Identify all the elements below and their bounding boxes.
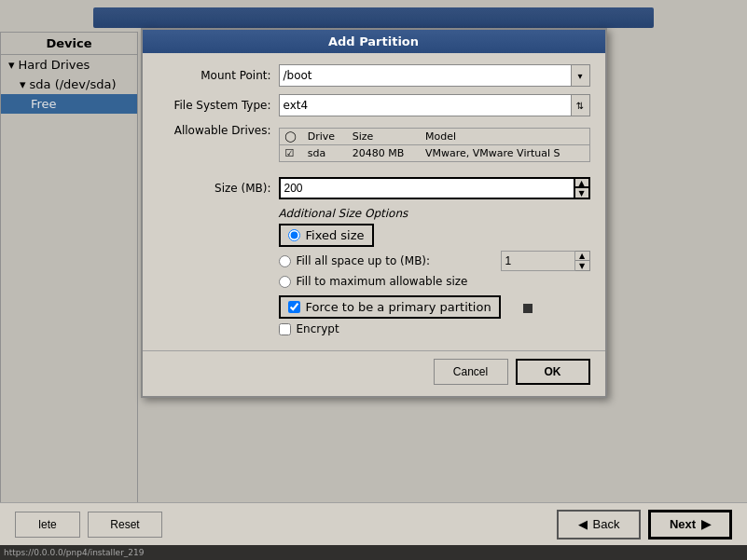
file-system-type-row: File System Type: ext4 ⇅: [158, 94, 590, 116]
force-primary-checkbox[interactable]: [288, 301, 300, 313]
drives-col-model: Model: [420, 129, 588, 145]
dot-indicator: [523, 304, 533, 313]
force-primary-highlighted: Force to be a primary partition: [279, 295, 501, 319]
fill-space-radio[interactable]: [279, 255, 291, 267]
status-bar: https://0.0.0.0/pnp4/installer_219: [0, 545, 747, 560]
file-system-label: File System Type:: [158, 99, 279, 112]
fill-spinner: ▲ ▼: [575, 251, 590, 271]
encrypt-row: Encrypt: [279, 322, 590, 335]
bottom-nav: lete Reset ◀ Back Next ▶: [0, 502, 747, 545]
fill-space-row: Fill all space up to (MB): ▲ ▼: [279, 251, 590, 271]
reset-button[interactable]: Reset: [88, 512, 162, 538]
fixed-size-option-wrap: Fixed size: [279, 224, 590, 247]
file-system-value: ext4: [284, 99, 309, 112]
file-system-input[interactable]: ext4: [279, 94, 572, 116]
drives-row-check[interactable]: ☑: [280, 145, 302, 162]
size-label: Size (MB):: [158, 182, 279, 195]
size-row: Size (MB): ▲ ▼: [158, 177, 590, 199]
nav-right-group: ◀ Back Next ▶: [557, 510, 732, 540]
fill-space-input[interactable]: [501, 251, 575, 271]
next-arrow-icon: ▶: [701, 517, 711, 531]
additional-size-header: Additional Size Options: [279, 207, 590, 220]
mount-point-label: Mount Point:: [158, 69, 279, 82]
back-label: Back: [593, 517, 620, 531]
drives-col-check: ◯: [280, 129, 302, 145]
status-url: https://0.0.0.0/pnp4/installer_219: [4, 548, 145, 557]
drives-row-drive: sda: [302, 145, 347, 162]
fill-spin-down[interactable]: ▼: [575, 261, 590, 271]
drives-row-size: 20480 MB: [347, 145, 420, 162]
size-spin-up-btn[interactable]: ▲: [575, 177, 590, 188]
nav-left-group: lete Reset: [15, 512, 162, 538]
allowable-drives-row: Allowable Drives: ◯ Drive Size: [158, 124, 590, 170]
fill-max-label: Fill to maximum allowable size: [297, 275, 468, 288]
mount-point-dropdown-btn[interactable]: ▾: [572, 64, 590, 87]
next-button[interactable]: Next ▶: [648, 510, 732, 540]
drives-col-size: Size: [347, 129, 420, 145]
drives-row-model: VMware, VMware Virtual S: [420, 145, 588, 162]
fill-max-row: Fill to maximum allowable size: [279, 275, 590, 288]
right-panel: Drive /dev/sda (20480 MB) (Model: VMware…: [138, 32, 747, 516]
dialog-overlay: Add Partition Mount Point: /boot ▾: [0, 0, 747, 560]
fill-max-radio[interactable]: [279, 276, 291, 288]
fixed-size-highlighted: Fixed size: [279, 224, 374, 247]
drives-table: ◯ Drive Size Model ☑: [280, 129, 589, 161]
ok-button[interactable]: OK: [516, 359, 590, 385]
fill-space-label: Fill all space up to (MB):: [297, 254, 431, 267]
next-label: Next: [670, 517, 696, 531]
fixed-size-radio[interactable]: [288, 229, 300, 241]
mount-point-input[interactable]: /boot: [279, 64, 572, 87]
size-spinner: ▲ ▼: [575, 177, 590, 199]
size-field-wrap: ▲ ▼: [279, 177, 590, 199]
delete-button[interactable]: lete: [15, 512, 80, 538]
dialog-body: Mount Point: /boot ▾ File System Type:: [143, 53, 605, 350]
partition-options: Additional Size Options Fixed size Fill …: [279, 207, 590, 335]
force-primary-label: Force to be a primary partition: [306, 300, 491, 314]
file-system-dropdown-btn[interactable]: ⇅: [572, 94, 590, 116]
back-arrow-icon: ◀: [578, 517, 588, 531]
force-primary-wrap: Force to be a primary partition: [279, 295, 590, 319]
drives-table-container: ◯ Drive Size Model ☑: [279, 128, 590, 162]
back-button[interactable]: ◀ Back: [557, 510, 641, 540]
fixed-size-label: Fixed size: [306, 228, 365, 242]
encrypt-checkbox[interactable]: [279, 323, 291, 335]
allowable-drives-label: Allowable Drives:: [158, 124, 279, 137]
mount-point-row: Mount Point: /boot ▾: [158, 64, 590, 87]
fill-spin-up[interactable]: ▲: [575, 251, 590, 261]
add-partition-dialog: Add Partition Mount Point: /boot ▾: [141, 28, 607, 398]
size-input[interactable]: [279, 177, 575, 199]
allowable-drives-table-wrap: ◯ Drive Size Model ☑: [279, 124, 590, 170]
fill-spinbox: ▲ ▼: [501, 251, 590, 271]
mount-point-value: /boot: [284, 69, 312, 82]
drives-col-drive: Drive: [302, 129, 347, 145]
dialog-footer: Cancel OK: [143, 350, 605, 396]
mount-point-control: /boot ▾: [279, 64, 590, 87]
cancel-button[interactable]: Cancel: [434, 359, 508, 385]
dialog-titlebar: Add Partition: [143, 30, 605, 53]
size-spin-down-btn[interactable]: ▼: [575, 188, 590, 199]
file-system-control: ext4 ⇅: [279, 94, 590, 116]
encrypt-label: Encrypt: [297, 322, 339, 335]
table-row[interactable]: ☑ sda 20480 MB VMware, VMware Virtual S: [280, 145, 589, 162]
